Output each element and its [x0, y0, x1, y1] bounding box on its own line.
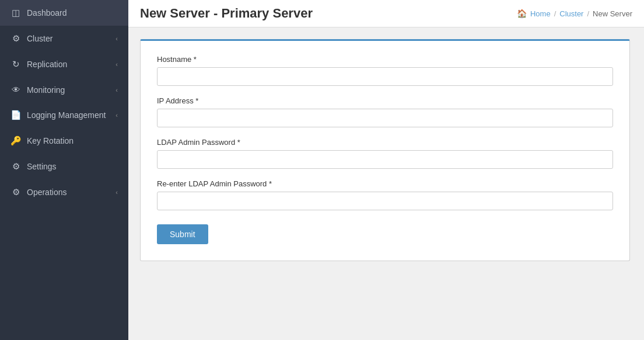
sidebar-item-cluster[interactable]: ⚙Cluster‹: [0, 26, 128, 51]
ldap-reenter-label: Re-enter LDAP Admin Password *: [157, 179, 613, 188]
breadcrumb-cluster[interactable]: Cluster: [559, 9, 583, 18]
sidebar-item-key-rotation[interactable]: 🔑Key Rotation: [0, 128, 128, 154]
ldap-reenter-input[interactable]: [157, 192, 613, 210]
ip-label: IP Address *: [157, 96, 613, 105]
ip-input[interactable]: [157, 109, 613, 127]
replication-icon: ↻: [10, 59, 21, 70]
sidebar-item-operations[interactable]: ⚙Operations‹: [0, 179, 128, 205]
hostname-label: Hostname *: [157, 55, 613, 64]
sidebar-item-dashboard[interactable]: ◫Dashboard: [0, 0, 128, 26]
sidebar-item-logging[interactable]: 📄Logging Management‹: [0, 102, 128, 128]
breadcrumb: 🏠 Home / Cluster / New Server: [517, 9, 632, 18]
monitoring-icon: 👁: [10, 85, 21, 95]
home-icon: 🏠: [517, 9, 527, 18]
hostname-input[interactable]: [157, 67, 613, 86]
ldap-pass-group: LDAP Admin Password *: [157, 138, 613, 169]
operations-icon: ⚙: [10, 187, 21, 197]
chevron-icon-monitoring: ‹: [116, 86, 118, 93]
chevron-icon-cluster: ‹: [116, 35, 118, 42]
breadcrumb-sep2: /: [587, 9, 589, 18]
breadcrumb-home[interactable]: Home: [530, 9, 551, 18]
sidebar-item-monitoring[interactable]: 👁Monitoring‹: [0, 77, 128, 102]
sidebar-item-label-replication: Replication: [27, 60, 67, 69]
ldap-reenter-group: Re-enter LDAP Admin Password *: [157, 179, 613, 210]
sidebar-item-label-key-rotation: Key Rotation: [27, 136, 74, 145]
content-area: Hostname * IP Address * LDAP Admin Passw…: [128, 27, 644, 340]
chevron-icon-operations: ‹: [116, 189, 118, 196]
chevron-icon-replication: ‹: [116, 61, 118, 68]
cluster-icon: ⚙: [10, 33, 21, 44]
form-card: Hostname * IP Address * LDAP Admin Passw…: [140, 39, 630, 261]
sidebar: ◫Dashboard⚙Cluster‹↻Replication‹👁Monitor…: [0, 0, 128, 340]
sidebar-item-label-monitoring: Monitoring: [27, 85, 65, 95]
main-content: New Server - Primary Server 🏠 Home / Clu…: [128, 0, 644, 340]
sidebar-item-label-dashboard: Dashboard: [27, 8, 67, 18]
topbar: New Server - Primary Server 🏠 Home / Clu…: [128, 0, 644, 27]
ip-group: IP Address *: [157, 96, 613, 127]
ldap-pass-label: LDAP Admin Password *: [157, 138, 613, 147]
hostname-group: Hostname *: [157, 55, 613, 86]
settings-icon: ⚙: [10, 161, 21, 172]
sidebar-item-label-logging: Logging Management: [27, 110, 106, 120]
sidebar-item-replication[interactable]: ↻Replication‹: [0, 51, 128, 77]
dashboard-icon: ◫: [10, 8, 21, 18]
ldap-pass-input[interactable]: [157, 150, 613, 169]
sidebar-item-label-operations: Operations: [27, 188, 66, 197]
breadcrumb-sep1: /: [554, 9, 556, 18]
submit-button[interactable]: Submit: [157, 224, 208, 244]
page-title: New Server - Primary Server: [140, 6, 313, 21]
key-rotation-icon: 🔑: [10, 136, 21, 146]
breadcrumb-current: New Server: [593, 9, 632, 18]
logging-icon: 📄: [10, 110, 21, 120]
sidebar-item-label-cluster: Cluster: [27, 34, 52, 43]
sidebar-item-label-settings: Settings: [27, 162, 57, 171]
sidebar-item-settings[interactable]: ⚙Settings: [0, 154, 128, 179]
chevron-icon-logging: ‹: [116, 112, 118, 119]
